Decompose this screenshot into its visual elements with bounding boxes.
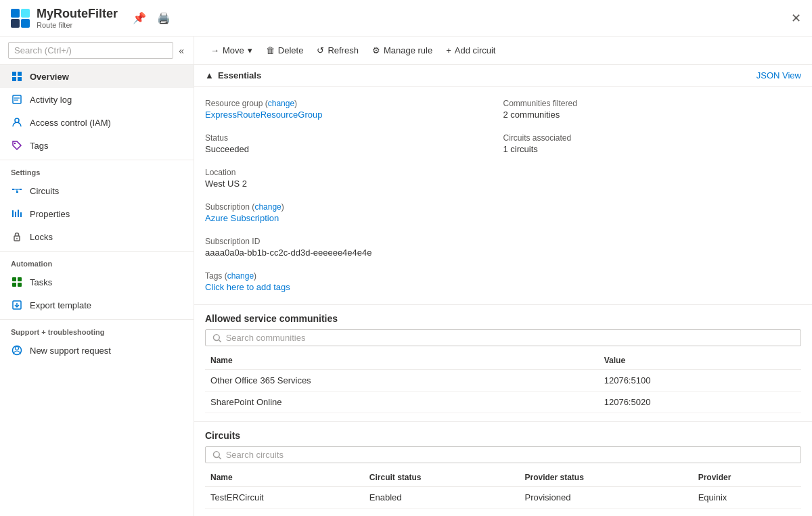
circuit-status: Enabled [364,487,520,509]
location-item: Location West US 2 [205,164,503,193]
delete-icon: 🗑 [266,45,275,55]
circuits-section: Circuits Name Circuit status Provider st… [194,421,812,516]
export-icon [11,299,23,311]
support-section-header: Support + troubleshooting [0,319,194,339]
circuits-col-name: Name [205,469,364,487]
subscription-value[interactable]: Azure Subscription [205,213,279,223]
tags-change-link[interactable]: change [227,271,254,281]
title-actions: 📌 🖨️ [130,10,173,26]
svg-point-24 [213,451,219,457]
svg-rect-4 [13,95,21,103]
community-name: Other Office 365 Services [205,370,599,392]
circuits-icon [11,185,23,197]
sidebar: « Overview Acti [0,37,194,516]
svg-point-21 [16,347,19,350]
circuit-provider-status: Provisioned [519,487,692,509]
resource-group-change-link[interactable]: change [268,99,294,108]
svg-rect-11 [18,210,19,217]
community-value: 12076:5100 [599,370,801,392]
allowed-communities-title: Allowed service communities [205,313,801,324]
sidebar-item-export-template[interactable]: Export template [0,294,194,316]
manage-rule-button[interactable]: ⚙ Manage rule [367,42,438,59]
sidebar-item-export-label: Export template [30,300,91,310]
svg-rect-15 [12,277,16,281]
print-button[interactable]: 🖨️ [154,10,173,26]
sidebar-item-activity-log[interactable]: Activity log [0,88,194,111]
svg-line-23 [219,339,221,342]
collapse-essentials-icon[interactable]: ▲ [205,70,214,80]
sidebar-item-support-label: New support request [30,346,111,356]
svg-rect-16 [18,277,22,281]
title-bar: MyRouteFilter Route filter 📌 🖨️ ✕ [0,0,812,37]
svg-rect-1 [18,72,22,76]
communities-filtered-item: Communities filtered 2 communities [503,95,802,124]
svg-point-8 [14,143,16,144]
community-name: SharePoint Online [205,392,599,413]
sidebar-item-support[interactable]: New support request [0,339,194,362]
table-row: TestERCircuit Enabled Provisioned Equini… [205,487,801,509]
tasks-icon [11,276,23,288]
activity-log-icon [11,93,23,105]
pin-button[interactable]: 📌 [130,10,149,26]
communities-table: Name Value Other Office 365 Services 120… [205,352,801,413]
tags-value[interactable]: Click here to add tags [205,282,290,292]
status-item: Status Succeeded [205,129,503,158]
search-communities-icon [212,333,222,343]
search-circuits-input[interactable] [226,450,794,460]
sidebar-item-locks[interactable]: Locks [0,225,194,248]
communities-col-name: Name [205,352,599,370]
properties-icon [11,208,23,220]
sidebar-item-overview-label: Overview [30,72,69,82]
svg-rect-3 [18,77,22,81]
table-row: SharePoint Online 12076:5020 [205,392,801,413]
essentials-title: ▲ Essentials [205,70,261,80]
resource-group-value[interactable]: ExpressRouteResourceGroup [205,110,322,120]
toolbar: → Move ▾ 🗑 Delete ↺ Refresh ⚙ Manage rul… [194,37,812,65]
delete-button[interactable]: 🗑 Delete [261,42,309,59]
circuits-col-provider: Provider [693,469,801,487]
subscription-change-link[interactable]: change [254,202,281,212]
search-communities-box [205,329,801,346]
sidebar-item-access-control[interactable]: Access control (IAM) [0,111,194,134]
sidebar-item-overview[interactable]: Overview [0,65,194,88]
manage-rule-icon: ⚙ [372,45,380,55]
svg-rect-17 [12,283,16,287]
circuits-col-provider-status: Provider status [519,469,692,487]
overview-icon [11,70,23,83]
sidebar-item-tasks[interactable]: Tasks [0,271,194,294]
svg-point-7 [15,118,19,122]
essentials-header: ▲ Essentials JSON View [194,65,812,87]
svg-rect-10 [15,212,16,217]
refresh-icon: ↺ [317,45,324,55]
move-icon: → [210,45,219,55]
svg-point-22 [213,334,219,340]
search-communities-input[interactable] [226,333,794,343]
svg-rect-18 [18,283,22,287]
json-view-link[interactable]: JSON View [757,70,801,80]
close-button[interactable]: ✕ [791,11,801,26]
allowed-communities-section: Allowed service communities Name Value O… [194,305,812,421]
sidebar-item-locks-label: Locks [30,232,53,242]
resource-type: Route filter [37,21,118,29]
svg-rect-12 [20,212,22,217]
svg-rect-9 [12,210,14,217]
essentials-grid: Resource group (change) ExpressRouteReso… [194,87,812,305]
sidebar-item-tags-label: Tags [30,141,48,151]
sidebar-item-circuits[interactable]: Circuits [0,179,194,202]
sidebar-item-tags[interactable]: Tags [0,134,194,157]
move-button[interactable]: → Move ▾ [205,42,258,59]
communities-col-value: Value [599,352,801,370]
tags-icon [11,139,23,151]
svg-line-25 [219,456,221,459]
sidebar-item-properties[interactable]: Properties [0,202,194,225]
sidebar-item-tasks-label: Tasks [30,277,52,287]
subscription-item: Subscription (change) Azure Subscription [205,198,503,227]
refresh-button[interactable]: ↺ Refresh [311,42,364,59]
collapse-button[interactable]: « [177,44,185,57]
locks-icon [11,231,23,243]
iam-icon [11,116,23,128]
automation-section-header: Automation [0,251,194,271]
search-circuits-box [205,446,801,463]
add-circuit-button[interactable]: + Add circuit [441,42,501,59]
search-input[interactable] [8,42,173,59]
